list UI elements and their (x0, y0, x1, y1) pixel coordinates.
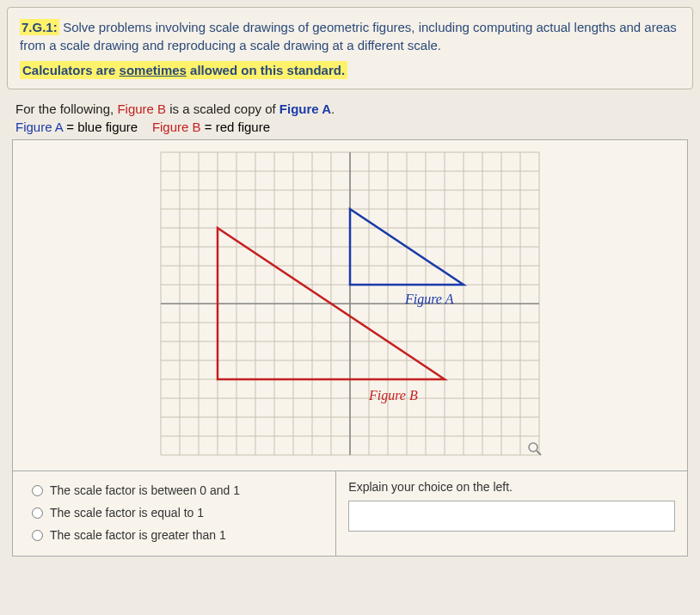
choice-list: The scale factor is between 0 and 1 The … (13, 471, 336, 556)
radio-option-1[interactable] (32, 485, 43, 496)
answer-row: The scale factor is between 0 and 1 The … (12, 471, 688, 557)
svg-point-40 (529, 443, 537, 452)
standard-header: 7.G.1: Solve problems involving scale dr… (7, 7, 693, 89)
standard-code: 7.G.1: (20, 19, 59, 35)
explain-input[interactable] (348, 501, 675, 532)
choice-option-1[interactable]: The scale factor is between 0 and 1 (32, 483, 323, 497)
standard-text: Solve problems involving scale drawings … (20, 20, 677, 52)
figure-legend: Figure A = blue figure Figure B = red fi… (15, 120, 685, 134)
choice-option-2[interactable]: The scale factor is equal to 1 (32, 506, 323, 520)
choice-label-2: The scale factor is equal to 1 (50, 506, 204, 520)
radio-option-3[interactable] (32, 530, 43, 541)
figure-a-label: Figure A (404, 292, 454, 307)
standard-description: 7.G.1: Solve problems involving scale dr… (20, 18, 680, 54)
calculator-note: Calculators are sometimes allowed on thi… (20, 63, 680, 78)
explain-panel: Explain your choice on the left. (336, 471, 687, 556)
figure-b-label: Figure B (368, 388, 418, 403)
choice-label-1: The scale factor is between 0 and 1 (50, 483, 240, 497)
calculator-text: Calculators are sometimes allowed on thi… (20, 61, 347, 79)
radio-option-2[interactable] (32, 507, 43, 519)
question-intro: For the following, Figure B is a scaled … (15, 101, 685, 116)
choice-option-3[interactable]: The scale factor is greater than 1 (32, 528, 323, 542)
choice-label-3: The scale factor is greater than 1 (50, 528, 226, 542)
grid-diagram: Figure A Figure B (154, 149, 546, 458)
triangle-grid-svg: Figure A Figure B (154, 149, 546, 458)
explain-prompt: Explain your choice on the left. (348, 480, 675, 494)
figure-panel: Figure A Figure B (12, 139, 688, 471)
